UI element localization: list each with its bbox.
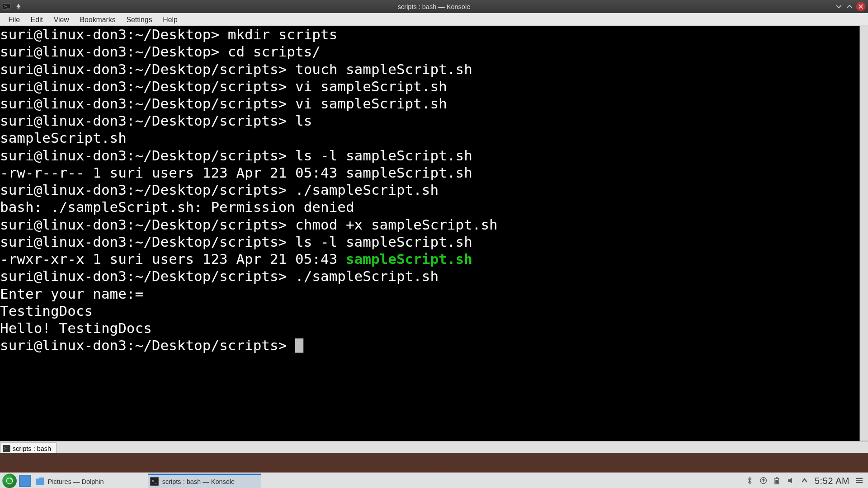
updates-icon[interactable] [760, 477, 768, 484]
task-pictures-dolphin[interactable]: Pictures — Dolphin [33, 474, 147, 488]
volume-icon[interactable] [787, 477, 795, 484]
show-desktop-button[interactable] [19, 474, 31, 486]
system-tray: 5:52 AM [746, 475, 868, 485]
menu-edit[interactable]: Edit [26, 14, 47, 25]
maximize-icon[interactable] [845, 2, 854, 10]
svg-rect-7 [856, 478, 863, 479]
menu-bookmarks[interactable]: Bookmarks [75, 14, 120, 25]
terminal-output-line: bash: ./sampleScript.sh: Permission deni… [0, 199, 860, 216]
terminal-command-line: suri@linux-don3:~/Desktop/scripts> ./sam… [0, 182, 860, 199]
tray-expand-icon[interactable] [801, 477, 809, 484]
start-menu-button[interactable] [2, 474, 17, 488]
svg-rect-8 [856, 480, 863, 481]
task-konsole[interactable]: >_ scripts : bash — Konsole [148, 474, 261, 488]
task-label: scripts : bash — Konsole [162, 478, 235, 485]
battery-icon[interactable] [774, 477, 781, 484]
terminal-command-line: suri@linux-don3:~/Desktop/scripts> ls -l… [0, 147, 860, 164]
window-titlebar: >_ scripts : bash — Konsole [0, 0, 868, 13]
tab-label: scripts : bash [13, 445, 51, 452]
terminal-command-line: suri@linux-don3:~/Desktop/scripts> ls -l… [0, 234, 860, 251]
terminal-icon: >_ [150, 477, 158, 485]
window-title: scripts : bash — Konsole [398, 3, 470, 10]
tab-scripts-bash[interactable]: >_ scripts : bash [0, 442, 57, 453]
terminal-output[interactable]: suri@linux-don3:~/Desktop> mkdir scripts… [0, 26, 860, 355]
bluetooth-icon[interactable] [746, 477, 754, 484]
terminal-command-line: suri@linux-don3:~/Desktop/scripts> touch… [0, 61, 860, 78]
terminal-command-line: suri@linux-don3:~/Desktop/scripts> vi sa… [0, 78, 860, 95]
terminal-output-line: Enter your name:= [0, 286, 860, 303]
menu-settings[interactable]: Settings [122, 14, 157, 25]
executable-filename: sampleScript.sh [346, 251, 472, 267]
panel-menu-icon[interactable] [855, 477, 863, 484]
terminal-output-line: -rw-r--r-- 1 suri users 123 Apr 21 05:43… [0, 164, 860, 182]
cursor [295, 338, 303, 353]
terminal-viewport[interactable]: suri@linux-don3:~/Desktop> mkdir scripts… [0, 26, 868, 441]
task-label: Pictures — Dolphin [47, 478, 104, 485]
terminal-output-line: -rwxr-xr-x 1 suri users 123 Apr 21 05:43… [0, 251, 860, 268]
menu-help[interactable]: Help [158, 14, 183, 25]
clock[interactable]: 5:52 AM [815, 475, 849, 485]
close-button[interactable] [856, 1, 866, 11]
terminal-output-line: Hello! TestingDocs [0, 320, 860, 337]
terminal-command-line: suri@linux-don3:~/Desktop/scripts> vi sa… [0, 95, 860, 113]
svg-rect-6 [776, 480, 778, 483]
menubar: File Edit View Bookmarks Settings Help [0, 13, 868, 26]
terminal-command-line: suri@linux-don3:~/Desktop/scripts> [0, 337, 860, 354]
menu-view[interactable]: View [49, 14, 74, 25]
konsole-icon: >_ [2, 2, 10, 10]
terminal-command-line: suri@linux-don3:~/Desktop/scripts> ls [0, 113, 860, 130]
konsole-tabbar: >_ scripts : bash [0, 441, 868, 453]
svg-rect-9 [856, 482, 863, 483]
svg-rect-5 [776, 477, 778, 478]
folder-icon [36, 477, 44, 485]
terminal-command-line: suri@linux-don3:~/Desktop> mkdir scripts [0, 26, 860, 43]
minimize-icon[interactable] [835, 2, 843, 10]
pin-icon[interactable] [14, 2, 23, 10]
taskbar: Pictures — Dolphin >_ scripts : bash — K… [0, 473, 868, 488]
terminal-command-line: suri@linux-don3:~/Desktop/scripts> ./sam… [0, 268, 860, 285]
menu-file[interactable]: File [4, 14, 25, 25]
terminal-output-line: TestingDocs [0, 303, 860, 320]
terminal-icon: >_ [3, 445, 10, 452]
terminal-command-line: suri@linux-don3:~/Desktop> cd scripts/ [0, 43, 860, 61]
terminal-command-line: suri@linux-don3:~/Desktop/scripts> chmod… [0, 216, 860, 234]
desktop-wallpaper[interactable] [0, 453, 868, 473]
terminal-output-line: sampleScript.sh [0, 130, 860, 147]
svg-text:>_: >_ [4, 3, 9, 8]
